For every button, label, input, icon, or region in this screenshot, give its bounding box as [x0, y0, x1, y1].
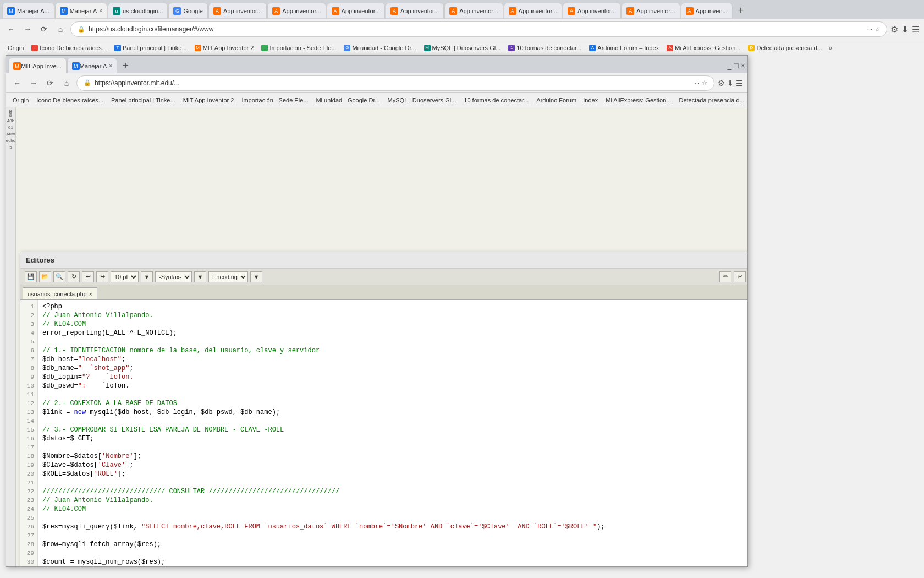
outer-tab-7[interactable]: A App inventor...: [386, 3, 444, 18]
outer-tab-0[interactable]: M Manejar A...: [2, 3, 54, 18]
new-tab-button[interactable]: +: [733, 3, 749, 18]
line-num-16: 16: [20, 434, 37, 443]
outer-tab-12[interactable]: A App inven...: [681, 3, 733, 18]
editor-fontsize-down[interactable]: ▼: [141, 271, 153, 282]
bookmark-favicon-8: D: [748, 45, 755, 51]
editor-pencil-btn[interactable]: ✏: [719, 271, 732, 282]
inner-bookmark-mit[interactable]: MIT App Inventor 2: [180, 96, 238, 105]
inner-bookmark-2[interactable]: Importación - Sede Ele...: [238, 96, 311, 105]
bookmark-1[interactable]: T Panel principal | Tinke...: [111, 43, 190, 52]
minimize-button[interactable]: _: [728, 61, 732, 70]
bookmark-mit[interactable]: M MIT App Inventor 2: [191, 43, 257, 52]
inner-tab-1[interactable]: M Manejar A ×: [67, 58, 117, 73]
bookmark-5[interactable]: 1 10 formas de conectar...: [505, 43, 585, 52]
inner-home-button[interactable]: ⌂: [60, 77, 73, 90]
forward-button[interactable]: →: [21, 23, 34, 36]
inner-bookmark-3[interactable]: Mi unidad - Google Dr...: [312, 96, 383, 105]
inner-tab-favicon-0: M: [13, 62, 21, 70]
editor-redo-btn[interactable]: ↪: [96, 271, 108, 282]
bookmark-6[interactable]: A Arduino Forum – Index: [586, 43, 662, 52]
outer-tab-10[interactable]: A App inventor...: [563, 3, 621, 18]
editor-save-btn[interactable]: 💾: [25, 271, 37, 282]
inner-bookmark-7[interactable]: Mi AliExpress: Gestion...: [602, 96, 674, 105]
editor-fontsize-select[interactable]: 10 pt 12 pt 14 pt: [111, 271, 139, 282]
inner-bookmark-4[interactable]: MySQL | Duoservers Gl...: [384, 96, 460, 105]
tab-label-12: App inven...: [696, 8, 728, 14]
editor-syntax-down[interactable]: ▼: [194, 271, 206, 282]
outer-tab-8[interactable]: A App inventor...: [444, 3, 503, 18]
inner-extensions-icon[interactable]: ⚙: [718, 79, 725, 88]
extensions-icon[interactable]: ⚙: [890, 24, 898, 35]
editor-open-btn[interactable]: 📂: [39, 271, 51, 282]
line-num-19: 19: [20, 461, 37, 470]
line-num-3: 3: [20, 320, 37, 329]
outer-tab-9[interactable]: A App inventor...: [504, 3, 562, 18]
inner-bookmark-8[interactable]: Detectada presencia d...: [675, 96, 747, 105]
outer-tab-2[interactable]: u us.cloudlogin...: [108, 3, 168, 18]
bookmark-0[interactable]: I Icono De bienes raíces...: [28, 43, 110, 52]
sidebar-label-2: 48h: [7, 118, 14, 123]
inner-tab-close-1[interactable]: ×: [109, 63, 112, 69]
line-num-23: 23: [20, 496, 37, 505]
editor-encoding-down[interactable]: ▼: [250, 271, 262, 282]
outer-tab-5[interactable]: A App inventor...: [267, 3, 326, 18]
outer-tab-6[interactable]: A App inventor...: [327, 3, 385, 18]
outer-tab-4[interactable]: A App inventor...: [208, 3, 267, 18]
bookmark-7[interactable]: A Mi AliExpress: Gestion...: [663, 43, 744, 52]
inner-download-icon[interactable]: ⬇: [727, 79, 734, 88]
editor-undo-btn[interactable]: ↩: [82, 271, 94, 282]
bookmark-8[interactable]: D Detectada presencia d...: [745, 43, 825, 52]
bookmark-2[interactable]: I Importación - Sede Ele...: [258, 43, 339, 52]
bookmark-label-5: 10 formas de conectar...: [516, 45, 581, 51]
inner-bookmark-5[interactable]: 10 formas de conectar...: [460, 96, 532, 105]
tab-label-11: App inventor...: [636, 8, 675, 14]
tab-close-1[interactable]: ×: [99, 8, 102, 14]
inner-bookmark-0[interactable]: Icono De bienes raíces...: [33, 96, 107, 105]
editor-encoding-select[interactable]: Encoding UTF-8: [208, 271, 248, 282]
line-num-18: 18: [20, 452, 37, 461]
address-bar[interactable]: 🔒 https://us.cloudlogin.co/filemanager/#…: [70, 21, 887, 37]
inner-bookmark-label-0: Icono De bienes raíces...: [36, 97, 103, 103]
address-icons: ··· ☆: [867, 26, 880, 33]
bookmark-origin[interactable]: Origin: [4, 43, 27, 52]
maximize-button[interactable]: □: [734, 61, 738, 70]
bookmark-4[interactable]: M MySQL | Duoservers Gl...: [421, 43, 504, 52]
inner-bookmark-label-7: Mi AliExpress: Gestion...: [606, 97, 671, 103]
home-button[interactable]: ⌂: [54, 23, 67, 36]
editor-syntax-select[interactable]: -Syntax- PHP HTML: [155, 271, 192, 282]
outer-tab-1[interactable]: M Manejar A ×: [55, 3, 107, 18]
inner-bookmark-1[interactable]: Panel principal | Tinke...: [108, 96, 179, 105]
editor-find-btn[interactable]: 🔍: [53, 271, 65, 282]
editor-file-tab[interactable]: usuarios_conecta.php ×: [23, 287, 97, 299]
inner-bookmark-6[interactable]: Arduino Forum – Index: [533, 96, 601, 105]
inner-bookmark-origin[interactable]: Origin: [9, 96, 32, 105]
back-button[interactable]: ←: [4, 23, 18, 36]
inner-forward-button[interactable]: →: [27, 77, 40, 90]
bookmark-favicon-4: M: [424, 45, 431, 51]
inner-back-button[interactable]: ←: [10, 77, 24, 90]
bookmark-3[interactable]: G Mi unidad - Google Dr...: [340, 43, 419, 52]
close-window-button[interactable]: ×: [741, 61, 745, 70]
code-line-4: error_reporting(E_ALL ^ E_NOTICE);: [42, 329, 747, 337]
bookmark-label-6: Arduino Forum – Index: [597, 45, 659, 51]
inner-reload-button[interactable]: ⟳: [43, 77, 57, 90]
inner-new-tab-button[interactable]: +: [118, 58, 133, 73]
inner-address-bar[interactable]: 🔒 https://appinventor.mit.edu/... ··· ☆: [76, 75, 714, 91]
inner-menu-icon[interactable]: ☰: [736, 79, 743, 88]
outer-tab-3[interactable]: G Google: [168, 3, 207, 18]
code-editor[interactable]: <?php // Juan Antonio Villalpando. // KI…: [38, 300, 747, 566]
editor-refresh-btn[interactable]: ↻: [68, 271, 80, 282]
menu-icon[interactable]: ☰: [912, 24, 920, 35]
inner-tab-0[interactable]: M MIT App Inve...: [8, 58, 67, 73]
download-icon[interactable]: ⬇: [901, 24, 909, 35]
tab-favicon-0: M: [7, 7, 15, 15]
bookmarks-more[interactable]: »: [827, 44, 835, 52]
editor-file-close[interactable]: ×: [89, 291, 92, 297]
editor-filename: usuarios_conecta.php: [28, 291, 87, 297]
code-line-2: // Juan Antonio Villalpando.: [42, 311, 747, 320]
editor-eraser-btn[interactable]: ✂: [734, 271, 746, 282]
toolbar-right: ⚙ ⬇ ☰: [890, 24, 920, 35]
reload-button[interactable]: ⟳: [37, 23, 51, 36]
outer-tab-11[interactable]: A App inventor...: [622, 3, 680, 18]
bookmark-label-3: Mi unidad - Google Dr...: [352, 45, 416, 51]
